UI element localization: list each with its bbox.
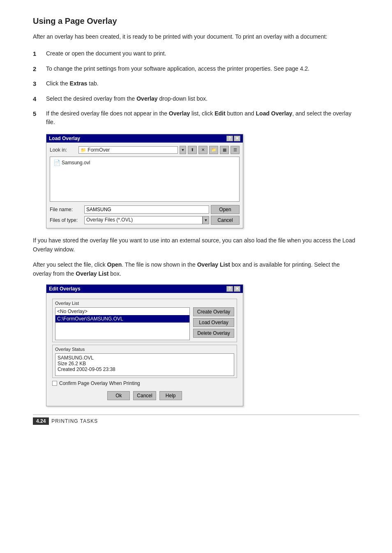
step-2: 2 To change the print settings from your… [33, 65, 359, 74]
footer-text: Printing Tasks [51, 418, 98, 424]
overlay-item-2[interactable]: C:\FormOver\SAMSUNG.OVL [55, 315, 189, 323]
dialog1-toolbar-btn2[interactable]: ✕ [198, 146, 208, 154]
dialog2-bottom-btns: Ok Cancel Help [50, 389, 240, 403]
dialog1-filestype-label: Files of type: [50, 217, 83, 223]
dialog1-filetype-value: Overlay Files (*.OVL) [84, 216, 203, 224]
dialog2-body: Overlay List <No Overlay> C:\FormOver\SA… [46, 293, 243, 406]
overlay-list-label: Overlay List [55, 301, 234, 306]
dialog1-filetype-dropdown[interactable]: Overlay Files (*.OVL) ▼ [84, 216, 209, 224]
dialog2-controls: ? ✕ [226, 286, 240, 292]
overlay-status-label: Overlay Status [55, 347, 234, 352]
confirm-label: Confirm Page Overlay When Printing [59, 380, 140, 386]
dialog1-open-btn[interactable]: Open [211, 205, 240, 214]
step-num-4: 4 [33, 94, 46, 104]
step-num-2: 2 [33, 65, 46, 74]
dialog1-filename-input[interactable] [84, 205, 209, 214]
para1-text: If you have stored the overlay file you … [33, 236, 359, 254]
step-text-4: Select the desired overlay from the Over… [46, 94, 359, 103]
dialog1-toolbar-btn1[interactable]: ⬆ [188, 146, 197, 154]
dialog1-lookin-row: Look in: 📁 FormOver ▼ ⬆ ✕ 📁 ▦ ☰ [50, 146, 240, 154]
dialog2-help-btn[interactable]: ? [226, 286, 233, 292]
dialog1-help-btn[interactable]: ? [226, 136, 233, 141]
dialog2-title: Edit Overlays [49, 286, 81, 292]
step-num-5: 5 [33, 109, 46, 119]
overlay-status-section: Overlay Status SAMSUNG.OVL Size 26.2 KB … [52, 345, 237, 378]
dialog1-filetype-arrow[interactable]: ▼ [203, 216, 209, 224]
file-icon: 📄 [53, 159, 60, 166]
dialog1-close-btn[interactable]: ✕ [234, 136, 240, 141]
step-text-3: Click the Extras tab. [46, 79, 359, 88]
dialog1-lookin-control: 📁 FormOver ▼ ⬆ ✕ 📁 ▦ ☰ [78, 146, 240, 154]
intro-text: After an overlay has been created, it is… [33, 32, 359, 41]
dialog1-file-item[interactable]: 📄 Samsung.ovl [52, 159, 238, 167]
step-text-1: Create or open the document you want to … [46, 49, 359, 58]
overlay-list-box[interactable]: <No Overlay> C:\FormOver\SAMSUNG.OVL [55, 307, 190, 340]
dialog1-body: Look in: 📁 FormOver ▼ ⬆ ✕ 📁 ▦ ☰ 📄 Samsun… [46, 143, 243, 228]
step-4: 4 Select the desired overlay from the Ov… [33, 94, 359, 104]
delete-overlay-btn[interactable]: Delete Overlay [193, 329, 234, 338]
step-1: 1 Create or open the document you want t… [33, 49, 359, 59]
dialog1-lookin-label: Look in: [50, 147, 78, 153]
status-line3: Created 2002-09-05 23:38 [58, 366, 232, 372]
overlay-item-1[interactable]: <No Overlay> [55, 308, 189, 315]
step-num-3: 3 [33, 79, 46, 89]
dialog2-cancel-btn[interactable]: Cancel [133, 391, 156, 400]
dialog1-lookin-input[interactable]: 📁 FormOver [78, 146, 178, 154]
overlay-side-buttons: Create Overlay Load Overlay Delete Overl… [193, 307, 234, 338]
dialog1-filename-label: File name: [50, 207, 83, 212]
confirm-checkbox[interactable] [52, 381, 57, 386]
footer: 4.24 Printing Tasks [33, 415, 359, 425]
status-line2: Size 26.2 KB [58, 361, 232, 366]
load-overlay-dialog: Load Overlay ? ✕ Look in: 📁 FormOver ▼ ⬆… [46, 134, 243, 228]
para2-text: After you select the file, click Open. T… [33, 260, 359, 279]
overlay-right: <No Overlay> C:\FormOver\SAMSUNG.OVL Cre… [55, 307, 234, 340]
dialog1-controls: ? ✕ [226, 136, 240, 141]
dialog1-file-name: Samsung.ovl [62, 160, 90, 166]
confirm-row: Confirm Page Overlay When Printing [52, 380, 237, 386]
page-title: Using a Page Overlay [33, 16, 359, 26]
dialog1-lookin-arrow[interactable]: ▼ [180, 146, 186, 154]
overlay-status-box: SAMSUNG.OVL Size 26.2 KB Created 2002-09… [55, 353, 234, 376]
dialog1-toolbar-btn5[interactable]: ☰ [231, 146, 240, 154]
edit-overlays-dialog: Edit Overlays ? ✕ Overlay List <No Overl… [46, 284, 243, 406]
overlay-list-section: Overlay List <No Overlay> C:\FormOver\SA… [52, 299, 237, 342]
dialog1-title: Load Overlay [49, 136, 80, 141]
dialog2-ok-btn[interactable]: Ok [107, 391, 130, 400]
create-overlay-btn[interactable]: Create Overlay [193, 307, 234, 316]
dialog2-titlebar: Edit Overlays ? ✕ [46, 285, 243, 293]
dialog1-titlebar: Load Overlay ? ✕ [46, 134, 243, 143]
dialog1-fields: File name: Open Files of type: Overlay F… [50, 205, 240, 225]
footer-num: 4.24 [33, 417, 49, 425]
dialog1-cancel-btn[interactable]: Cancel [211, 216, 240, 225]
dialog1-file-list[interactable]: 📄 Samsung.ovl [50, 157, 240, 202]
step-num-1: 1 [33, 49, 46, 59]
dialog2-close-btn[interactable]: ✕ [234, 286, 240, 292]
status-line1: SAMSUNG.OVL [58, 355, 232, 361]
dialog1-toolbar-btn4[interactable]: ▦ [220, 146, 229, 154]
step-5: 5 If the desired overlay file does not a… [33, 109, 359, 127]
dialog2-help-btn[interactable]: Help [159, 391, 182, 400]
step-3: 3 Click the Extras tab. [33, 79, 359, 89]
dialog1-toolbar-btn3[interactable]: 📁 [209, 146, 218, 154]
step-text-2: To change the print settings from your s… [46, 65, 359, 73]
step-text-5: If the desired overlay file does not app… [46, 109, 359, 127]
load-overlay-btn[interactable]: Load Overlay [193, 318, 234, 327]
